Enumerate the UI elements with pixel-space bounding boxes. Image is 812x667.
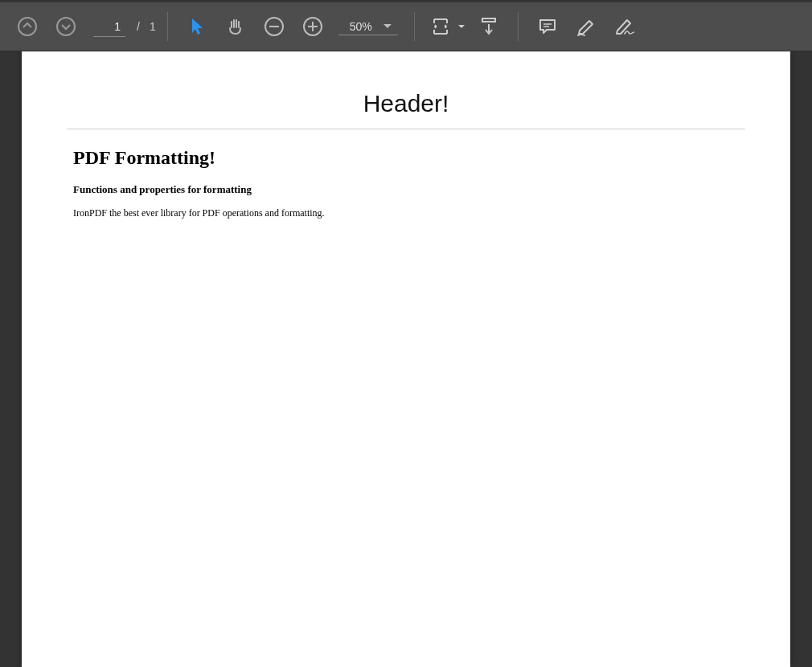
svg-rect-7 [482, 18, 495, 22]
hand-tool-button[interactable] [218, 9, 253, 44]
zoom-in-button[interactable] [295, 9, 330, 44]
svg-point-1 [57, 18, 75, 35]
selection-tool-button[interactable] [179, 9, 215, 44]
zoom-out-button[interactable] [256, 9, 292, 44]
arrow-down-icon [55, 16, 76, 37]
document-divider [67, 129, 745, 129]
page-number-input[interactable] [93, 17, 125, 37]
document-subtitle: Functions and properties for formatting [73, 183, 745, 196]
toolbar-separator [518, 12, 519, 41]
plus-circle-icon [302, 16, 323, 37]
sign-button[interactable] [607, 9, 642, 44]
comment-icon [537, 16, 558, 37]
toolbar-separator [167, 12, 168, 41]
fit-width-button[interactable] [426, 9, 455, 44]
hand-icon [225, 16, 246, 37]
cursor-icon [188, 16, 206, 37]
page-separator-text: / [137, 20, 140, 33]
minus-circle-icon [264, 16, 285, 37]
comment-button[interactable] [530, 9, 565, 44]
sign-pen-icon [613, 16, 637, 37]
caret-down-icon [380, 24, 395, 29]
caret-down-icon [458, 25, 465, 29]
arrow-up-icon [17, 16, 38, 37]
marker-icon [575, 16, 597, 37]
zoom-select[interactable]: 50% [338, 18, 398, 35]
document-header: Header! [67, 90, 745, 129]
document-body-text: IronPDF the best ever library for PDF op… [73, 207, 745, 219]
next-page-button[interactable] [48, 9, 84, 44]
pdf-toolbar: / 1 50% [0, 0, 812, 51]
scroll-down-icon [478, 16, 499, 37]
svg-point-0 [18, 18, 36, 35]
scroll-mode-button[interactable] [471, 9, 506, 44]
previous-page-button[interactable] [10, 9, 45, 44]
document-viewport[interactable]: Header! PDF Formatting! Functions and pr… [0, 51, 812, 667]
pdf-page: Header! PDF Formatting! Functions and pr… [22, 51, 790, 667]
highlight-button[interactable] [568, 9, 604, 44]
fit-dropdown-button[interactable] [455, 25, 468, 29]
zoom-value-text: 50% [342, 20, 380, 33]
fit-width-icon [430, 16, 451, 37]
document-title: PDF Formatting! [73, 147, 745, 169]
toolbar-separator [414, 12, 415, 41]
page-total-text: 1 [150, 20, 156, 33]
